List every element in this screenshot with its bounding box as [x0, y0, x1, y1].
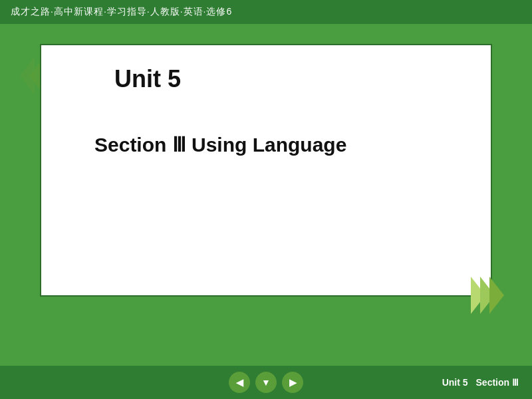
nav-info: Unit 5 Section Ⅲ: [442, 377, 519, 388]
nav-bar: ◀ ▼ ▶ Unit 5 Section Ⅲ: [0, 366, 532, 399]
main-content: Unit 5 Section Ⅲ Using Language ◀ ▼ ▶ Un…: [0, 24, 532, 399]
nav-section-label: Section Ⅲ: [476, 377, 519, 388]
header-bar: 成才之路·高中新课程·学习指导·人教版·英语·选修6: [0, 0, 532, 24]
prev-button[interactable]: ◀: [229, 372, 250, 393]
right-decoration: [476, 277, 504, 314]
home-button[interactable]: ▼: [255, 372, 277, 393]
nav-unit-label: Unit 5: [442, 377, 468, 388]
header-title: 成才之路·高中新课程·学习指导·人教版·英语·选修6: [11, 6, 232, 18]
nav-buttons: ◀ ▼ ▶: [229, 372, 303, 393]
next-button[interactable]: ▶: [282, 372, 303, 393]
chevron-right-3: [489, 277, 504, 314]
unit-title: Unit 5: [114, 65, 181, 93]
content-box: Unit 5 Section Ⅲ Using Language: [40, 44, 492, 297]
section-title: Section Ⅲ Using Language: [94, 133, 346, 156]
